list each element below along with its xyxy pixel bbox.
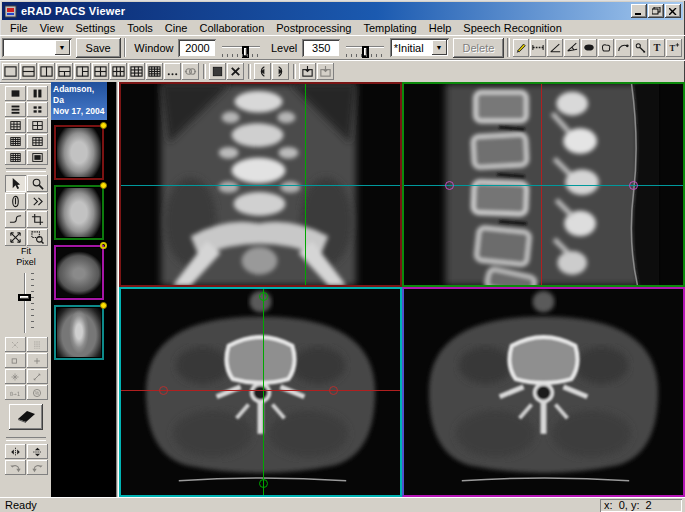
- thumbnail-scout-1[interactable]: [54, 125, 104, 180]
- pencil-tool[interactable]: [513, 39, 529, 57]
- menu-postprocessing[interactable]: Postprocessing: [270, 21, 357, 35]
- close-series-button[interactable]: [227, 63, 244, 80]
- flip-vertical-button[interactable]: [27, 444, 48, 459]
- left-tool-palette: Fit Pixel 0→1%: [0, 82, 51, 497]
- layout-2x3-button[interactable]: [110, 63, 127, 80]
- annotation-preset-combo[interactable]: ▼: [2, 38, 72, 57]
- cobb-angle-tool[interactable]: [564, 39, 580, 57]
- panel-divider[interactable]: [107, 82, 119, 497]
- thumbnail-coronal[interactable]: [54, 305, 104, 360]
- title-bar[interactable]: eRAD PACS Viewer: [2, 2, 683, 20]
- series-layout-3row-button[interactable]: [5, 102, 26, 117]
- menu-settings[interactable]: Settings: [69, 21, 121, 35]
- flip-horizontal-button[interactable]: [5, 444, 26, 459]
- status-bar: Ready x: 0, y: 2: [0, 497, 685, 512]
- ruler-icon: [532, 41, 544, 54]
- layout-2cols-button[interactable]: [38, 63, 55, 80]
- menu-file[interactable]: File: [4, 21, 34, 35]
- series-layout-16-button[interactable]: [5, 134, 26, 149]
- zoom-slider[interactable]: [17, 271, 35, 335]
- grid-2-3-icon: [112, 65, 125, 78]
- clip-icon: [9, 195, 22, 208]
- series-layout-1-button[interactable]: [5, 86, 26, 101]
- marker-icon: [634, 41, 646, 54]
- series-layout-2col-button[interactable]: [27, 86, 48, 101]
- layout-1x1-button[interactable]: [2, 63, 19, 80]
- layout-1top-2bottom-button[interactable]: [56, 63, 73, 80]
- layout-custom-button[interactable]: [164, 63, 181, 80]
- viewport-axial-right[interactable]: [402, 287, 685, 497]
- chevron-down-icon[interactable]: ▼: [55, 40, 70, 55]
- angle-tool[interactable]: [547, 39, 563, 57]
- curve-tool[interactable]: [615, 39, 631, 57]
- menu-speech-recognition[interactable]: Speech Recognition: [457, 21, 567, 35]
- layout-2rows-button[interactable]: [20, 63, 37, 80]
- zoom-slider-track: [24, 273, 26, 333]
- attach-tool[interactable]: [5, 193, 26, 210]
- patient-header[interactable]: Adamson, Da Nov 17, 2004: [51, 82, 107, 120]
- series-layout-9-button[interactable]: [5, 118, 26, 133]
- freehand-tool[interactable]: [598, 39, 614, 57]
- menu-help[interactable]: Help: [423, 21, 458, 35]
- series-layout-4b-button[interactable]: [27, 118, 48, 133]
- minimize-button[interactable]: [631, 4, 647, 18]
- restore-button[interactable]: [648, 4, 664, 18]
- previous-series-button[interactable]: [254, 63, 271, 80]
- layout-2x2-button[interactable]: [92, 63, 109, 80]
- viewport-sagittal[interactable]: [402, 82, 685, 287]
- thumbnail-scout-1-image: [57, 128, 101, 177]
- marker-tool[interactable]: [632, 39, 648, 57]
- crop-tool[interactable]: [27, 211, 48, 228]
- pfillb-icon: [31, 152, 44, 163]
- thumbnail-scout-2[interactable]: [54, 185, 104, 240]
- series-layout-4-button[interactable]: [27, 102, 48, 117]
- ellipse-tool[interactable]: [581, 39, 597, 57]
- thumbnail-scout-2-image: [57, 188, 101, 237]
- pan-tool[interactable]: [5, 229, 26, 246]
- import-study-button[interactable]: [299, 63, 316, 80]
- next-series-button[interactable]: [272, 63, 289, 80]
- text-tool[interactable]: T: [649, 39, 665, 57]
- window-slider[interactable]: [220, 39, 261, 57]
- import-icon: [319, 65, 332, 78]
- level-input[interactable]: [302, 39, 340, 57]
- stop-icon: [211, 65, 224, 78]
- zoom-region-tool[interactable]: [27, 229, 48, 246]
- save-button[interactable]: Save: [76, 38, 121, 58]
- menu-cine[interactable]: Cine: [159, 21, 194, 35]
- pixel-label[interactable]: Pixel: [16, 257, 36, 268]
- menu-view[interactable]: View: [34, 21, 70, 35]
- adjust-2-button: [27, 337, 48, 352]
- level-slider[interactable]: [344, 39, 385, 57]
- te-t2-icon: T: [668, 41, 680, 54]
- eraser-button[interactable]: [9, 404, 43, 430]
- menu-templating[interactable]: Templating: [358, 21, 423, 35]
- cine-scroll-tool[interactable]: [27, 193, 48, 210]
- ruler-tool[interactable]: [530, 39, 546, 57]
- layout-4x4-button[interactable]: [146, 63, 163, 80]
- menu-tools[interactable]: Tools: [121, 21, 159, 35]
- stop-button[interactable]: [209, 63, 226, 80]
- close-button[interactable]: [665, 4, 681, 18]
- viewport-coronal[interactable]: [119, 82, 402, 287]
- window-input[interactable]: [178, 39, 216, 57]
- pointer-tool[interactable]: [5, 175, 26, 192]
- viewer-button-group: [182, 63, 335, 80]
- fit-label[interactable]: Fit: [21, 246, 31, 257]
- layout-3x3-button[interactable]: [128, 63, 145, 80]
- arrow-text-tool[interactable]: T: [666, 39, 682, 57]
- menu-collaboration[interactable]: Collaboration: [193, 21, 270, 35]
- window-level-tool[interactable]: [5, 211, 26, 228]
- wl-preset-combo[interactable]: *Initial ▼: [390, 38, 449, 57]
- series-layout-fill-button[interactable]: [27, 150, 48, 165]
- adjust-5-button: [5, 369, 26, 384]
- series-layout-9b-button[interactable]: [27, 134, 48, 149]
- zoom-slider-thumb[interactable]: [18, 294, 31, 301]
- thumbnail-axial[interactable]: [54, 245, 104, 300]
- layout-1left-2right-button[interactable]: [74, 63, 91, 80]
- magnify-tool[interactable]: [27, 175, 48, 192]
- chevron-down-icon[interactable]: ▼: [432, 40, 447, 55]
- series-layout-16b-button[interactable]: [5, 150, 26, 165]
- rotate-right-button: [27, 460, 48, 475]
- viewport-axial-left[interactable]: [119, 287, 402, 497]
